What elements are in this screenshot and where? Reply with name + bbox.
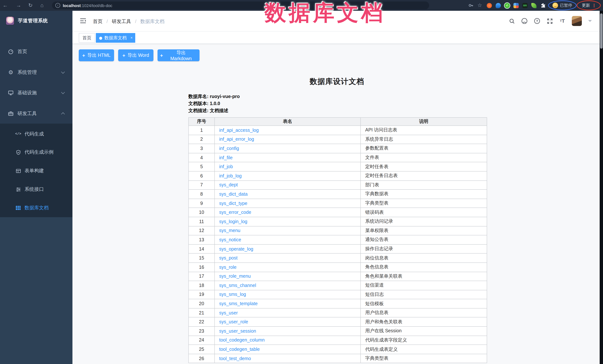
page-scrollbar-thumb[interactable] — [600, 13, 603, 49]
sidebar-item-system[interactable]: ⚙ 系统管理 — [0, 62, 72, 82]
tag-db-doc[interactable]: 数据库文档 × — [96, 33, 135, 43]
extension-icon-orange[interactable] — [487, 3, 492, 8]
table-name-link[interactable]: sys_sms_channel — [219, 283, 256, 288]
page-content: + 导出 HTML + 导出 Word + 导出 Markdown 数据库设计文… — [72, 44, 603, 364]
row-index: 14 — [188, 244, 215, 253]
help-icon[interactable]: ? — [534, 18, 540, 24]
browser-reload-icon[interactable]: ↻ — [27, 0, 34, 11]
table-name-link[interactable]: sys_dict_data — [219, 192, 248, 197]
table-name-link[interactable]: sys_dept — [219, 182, 238, 188]
table-name-link[interactable]: inf_job — [219, 164, 233, 169]
table-name-link[interactable]: sys_role — [219, 265, 236, 270]
extension-icon-on-badge[interactable]: on — [522, 3, 528, 8]
page-info-icon[interactable]: i — [55, 3, 60, 8]
plus-icon: + — [82, 53, 85, 58]
profile-sync-paused[interactable]: 已暂停 — [549, 0, 575, 11]
table-name-link[interactable]: sys_menu — [219, 228, 240, 233]
table-name-link[interactable]: sys_post — [219, 255, 238, 261]
table-row: 19 sys_sms_log 短信日志 — [188, 290, 487, 299]
extension-icon-leaf[interactable] — [531, 3, 536, 8]
table-name-link[interactable]: sys_user_session — [219, 329, 256, 334]
row-index: 17 — [188, 272, 215, 281]
table-name-link[interactable]: inf_file — [219, 155, 232, 160]
sidebar-item-codegen-demo[interactable]: 代码生成示例 — [0, 143, 72, 162]
document-meta: 数据库名: ruoyi-vue-pro 文档版本: 1.0.0 文档描述: 文档… — [188, 93, 240, 114]
table-desc: 文件表 — [360, 153, 487, 162]
table-row: 26 tool_test_demo 字典类型表 — [188, 354, 487, 363]
search-icon[interactable] — [509, 18, 515, 24]
table-name-link[interactable]: sys_operate_log — [219, 246, 253, 252]
export-word-button[interactable]: + 导出 Word — [118, 49, 153, 61]
table-row: 21 sys_user 用户信息表 — [188, 308, 487, 317]
table-name-link[interactable]: inf_api_error_log — [219, 137, 254, 142]
chevron-down-icon — [61, 90, 65, 94]
address-bar[interactable]: i localhost:1024/tool/db-doc — [52, 1, 429, 9]
table-name-link[interactable]: sys_notice — [219, 237, 241, 243]
table-row: 16 sys_role 角色信息表 — [188, 263, 487, 272]
sidebar-logo[interactable]: 芋道管理系统 — [0, 11, 72, 31]
tag-home[interactable]: 首页 — [79, 33, 95, 43]
table-name-link[interactable]: tool_test_demo — [219, 356, 251, 361]
table-name-link[interactable]: inf_job_log — [219, 173, 242, 178]
table-name-link[interactable]: sys_sms_template — [219, 301, 258, 306]
github-icon[interactable] — [521, 18, 528, 24]
browser-update-chip[interactable]: 更新 ⋮ — [579, 0, 599, 11]
browser-menu-kebab-icon[interactable]: ⋮ — [592, 3, 596, 8]
sidebar-item-infra[interactable]: 基础设施 — [0, 83, 72, 103]
table-desc: 短信渠道 — [360, 281, 487, 290]
row-index: 8 — [188, 189, 215, 199]
table-row: 3 inf_config 参数配置表 — [188, 144, 487, 153]
table-name-link[interactable]: inf_config — [219, 146, 239, 151]
export-markdown-button[interactable]: + 导出 Markdown — [158, 49, 199, 61]
table-desc: API 访问日志表 — [360, 126, 487, 135]
table-name-link[interactable]: sys_error_code — [219, 210, 251, 215]
chevron-up-icon — [61, 112, 65, 116]
sidebar-toggle-icon[interactable] — [80, 18, 86, 24]
row-index: 24 — [188, 336, 215, 345]
breadcrumb-devtools[interactable]: 研发工具 — [112, 19, 131, 24]
extension-icon-green-check[interactable]: ✓ — [505, 3, 510, 8]
table-name-link[interactable]: inf_api_access_log — [219, 128, 259, 133]
row-index: 2 — [188, 135, 215, 144]
sidebar-item-api[interactable]: 系统接口 — [0, 180, 72, 199]
browser-home-icon[interactable]: ⌂ — [38, 0, 46, 11]
extension-icon-pin[interactable] — [496, 3, 501, 8]
table-desc: 短信模板 — [360, 299, 487, 308]
table-name-link[interactable]: tool_codegen_column — [219, 338, 265, 343]
row-index: 15 — [188, 254, 215, 263]
sidebar-item-form-builder[interactable]: 表单构建 — [0, 162, 72, 180]
table-name-link[interactable]: sys_sms_log — [219, 292, 246, 297]
breadcrumb-home[interactable]: 首页 — [93, 19, 103, 24]
row-index: 1 — [188, 126, 215, 135]
table-row: 10 sys_error_code 错误码表 — [188, 208, 487, 217]
tag-close-icon[interactable]: × — [130, 33, 133, 42]
sidebar-item-home[interactable]: 首页 — [0, 42, 72, 62]
table-row: 20 sys_sms_template 短信模板 — [188, 299, 487, 308]
table-name-link[interactable]: sys_role_menu — [219, 274, 251, 279]
table-desc: 字典类型表 — [360, 354, 487, 363]
extension-icon-grid[interactable] — [513, 3, 519, 8]
table-desc: 操作日志记录 — [360, 244, 487, 253]
export-html-button[interactable]: + 导出 HTML — [79, 49, 114, 61]
browser-forward-icon[interactable]: → — [15, 0, 22, 11]
table-name-link[interactable]: sys_user — [219, 310, 238, 315]
row-index: 11 — [188, 217, 215, 226]
sidebar-item-db-doc[interactable]: 数据库文档 — [0, 199, 72, 217]
row-index: 7 — [188, 180, 215, 189]
meta-doc-version: 文档版本: 1.0.0 — [188, 100, 240, 107]
sidebar-item-codegen[interactable]: </> 代码生成 — [0, 125, 72, 143]
key-icon[interactable] — [468, 3, 474, 8]
fullscreen-icon[interactable] — [546, 18, 553, 24]
bookmark-star-icon[interactable]: ☆ — [477, 3, 483, 8]
table-name-link[interactable]: sys_login_log — [219, 219, 247, 224]
extensions-puzzle-icon[interactable] — [540, 3, 546, 8]
page-scrollbar-track[interactable] — [600, 11, 603, 364]
table-name-link[interactable]: sys_dict_type — [219, 201, 247, 206]
user-avatar[interactable] — [572, 16, 582, 26]
table-name-link[interactable]: tool_codegen_table — [219, 347, 260, 352]
sidebar-item-devtools[interactable]: 研发工具 — [0, 104, 72, 124]
browser-back-icon[interactable]: ← — [1, 0, 9, 11]
font-size-icon[interactable]: TT — [559, 18, 566, 24]
table-name-link[interactable]: sys_user_role — [219, 320, 248, 325]
avatar-dropdown-caret-icon[interactable] — [588, 20, 592, 22]
